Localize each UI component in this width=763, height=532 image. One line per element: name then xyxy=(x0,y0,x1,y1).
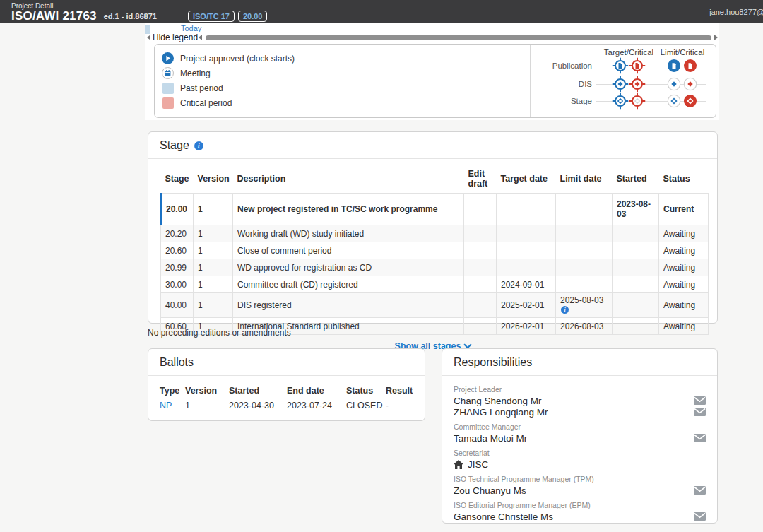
user-account-label[interactable]: jane.hou8277@ xyxy=(709,8,763,16)
crosshair-diamond-blue-icon xyxy=(613,76,629,93)
mail-icon[interactable] xyxy=(694,434,706,442)
legend-item: Past period xyxy=(162,81,530,95)
crosshair-diamond-red-icon xyxy=(629,76,646,93)
stage-info-icon[interactable]: i xyxy=(194,141,203,150)
stage-cell: 2025-02-01 xyxy=(497,293,556,318)
chevron-down-icon xyxy=(464,341,472,348)
project-edition-id: ed.1 - id.86871 xyxy=(104,12,157,20)
person-name-wrap: Zou Chuanyu Ms xyxy=(454,485,526,496)
mail-icon[interactable] xyxy=(694,396,706,405)
timeline-horizontal-scrollbar[interactable] xyxy=(206,35,711,40)
stage-table-row: 30.001Committee draft (CD) registered202… xyxy=(161,276,709,293)
crosshair-diamond-outline-red-icon xyxy=(629,93,646,110)
marker-row-label: Stage xyxy=(531,97,592,105)
past-period-swatch xyxy=(162,82,174,94)
stage-cell: Current xyxy=(659,194,709,225)
stage-badge[interactable]: 20.00 xyxy=(238,11,268,22)
responsibility-person: ZHANG Longqiang Mr xyxy=(454,406,706,418)
responsibility-group: ISO Technical Programme Manager (TPM)Zou… xyxy=(454,475,706,496)
stage-cell xyxy=(556,276,613,293)
home-icon xyxy=(454,460,463,469)
legend-item-label: Meeting xyxy=(180,69,211,78)
ballots-section-title: Ballots xyxy=(160,356,194,369)
limit-date-info-icon[interactable]: i xyxy=(561,306,569,314)
stage-cell: 1 xyxy=(194,225,233,242)
responsibility-group: Committee ManagerTamada Motoi Mr xyxy=(454,422,706,444)
no-preceding-note: No preceding editions or amendments xyxy=(148,328,291,338)
stage-cell xyxy=(497,242,556,259)
stage-cell: WD approved for registration as CD xyxy=(233,259,464,276)
person-name: Zou Chuanyu Ms xyxy=(454,485,526,496)
hide-legend-button[interactable]: Hide legend xyxy=(147,32,198,42)
responsibility-role-label: ISO Technical Programme Manager (TPM) xyxy=(454,475,706,483)
stage-cell: 20.99 xyxy=(161,259,194,276)
mail-icon[interactable] xyxy=(694,512,706,521)
stage-cell: 2023-08-03 xyxy=(613,194,659,225)
person-name: Tamada Motoi Mr xyxy=(454,433,527,444)
responsibility-person: Tamada Motoi Mr xyxy=(454,432,706,444)
person-name: JISC xyxy=(468,459,488,470)
ballots-header-row: TypeVersionStartedEnd dateStatusResult xyxy=(160,384,415,397)
stage-cell xyxy=(556,259,613,276)
stage-cell xyxy=(497,259,556,276)
committee-badge[interactable]: ISO/TC 17 xyxy=(188,11,235,22)
stage-cell xyxy=(556,194,613,225)
legend-item: Critical period xyxy=(162,95,530,110)
scroll-left-icon[interactable] xyxy=(199,35,202,40)
stage-cell: New project registered in TC/SC work pro… xyxy=(233,194,464,225)
mail-icon[interactable] xyxy=(694,408,706,416)
stage-cell xyxy=(464,293,497,318)
person-name-wrap: Gansonre Christelle Ms xyxy=(454,512,553,522)
ballots-column-header: End date xyxy=(287,384,346,397)
project-title: ISO/AWI 21763 xyxy=(11,9,97,23)
stage-cell: 1 xyxy=(194,293,233,318)
ballots-column-header: Status xyxy=(346,384,386,397)
ballots-column-header: Started xyxy=(229,384,287,397)
ballots-table-body: NP12023-04-302023-07-24CLOSED- xyxy=(160,397,415,412)
stage-cell: 30.00 xyxy=(161,276,194,293)
responsibility-person: Chang Shendong Mr xyxy=(454,395,706,406)
stage-cell: Awaiting xyxy=(659,225,709,242)
scroll-right-icon[interactable] xyxy=(714,35,718,40)
stage-cell: Awaiting xyxy=(659,242,709,259)
stage-table-row: 20.601Close of comment periodAwaiting xyxy=(161,242,709,259)
responsibilities-panel: Responsibilities Project LeaderChang She… xyxy=(442,348,718,524)
stage-cell xyxy=(613,259,659,276)
legend-items: Project approved (clock starts)MeetingPa… xyxy=(155,45,531,117)
circle-diamond-blue-icon xyxy=(668,78,681,91)
stage-cell xyxy=(497,194,556,225)
responsibility-group: SecretariatJISC xyxy=(454,449,706,470)
responsibilities-section-title: Responsibilities xyxy=(454,356,532,369)
stage-cell: 1 xyxy=(194,276,233,293)
stage-cell xyxy=(613,293,659,318)
stage-cell: 1 xyxy=(194,259,233,276)
legend-box: Project approved (clock starts)MeetingPa… xyxy=(154,44,716,118)
circle-diamond-outline-blue-icon xyxy=(668,95,681,108)
responsibility-role-label: Project Leader xyxy=(454,385,706,394)
stage-column-header: Started xyxy=(613,166,659,194)
marker-row-label: DIS xyxy=(531,80,592,88)
stage-cell: Awaiting xyxy=(659,259,709,276)
marker-legend-row: Stage xyxy=(531,93,716,110)
ballots-column-header: Type xyxy=(160,384,185,397)
stage-cell: Committee draft (CD) registered xyxy=(233,276,464,293)
stage-cell: 20.20 xyxy=(161,225,194,242)
header-badges: ISO/TC 17 20.00 xyxy=(188,11,268,22)
stage-column-header: Version xyxy=(194,166,233,194)
stage-cell xyxy=(497,225,556,242)
crosshair-diamond-outline-blue-icon xyxy=(613,93,629,110)
critical-period-swatch xyxy=(162,97,174,109)
ballots-table: TypeVersionStartedEnd dateStatusResult N… xyxy=(160,384,415,412)
stage-cell: 1 xyxy=(194,194,233,225)
legend-item-label: Past period xyxy=(180,83,223,93)
responsibility-person: JISC xyxy=(454,459,706,470)
stage-column-header: Edit draft xyxy=(464,166,497,194)
ballot-type-link[interactable]: NP xyxy=(160,401,172,410)
responsibility-group: Project LeaderChang Shendong MrZHANG Lon… xyxy=(454,385,706,418)
stage-table-row: 20.991WD approved for registration as CD… xyxy=(161,259,709,276)
target-critical-header: Target/Critical xyxy=(599,48,658,57)
stage-column-header: Limit date xyxy=(556,166,613,194)
stage-cell: Awaiting xyxy=(659,276,709,293)
mail-icon[interactable] xyxy=(694,486,706,495)
stage-cell xyxy=(464,225,497,242)
